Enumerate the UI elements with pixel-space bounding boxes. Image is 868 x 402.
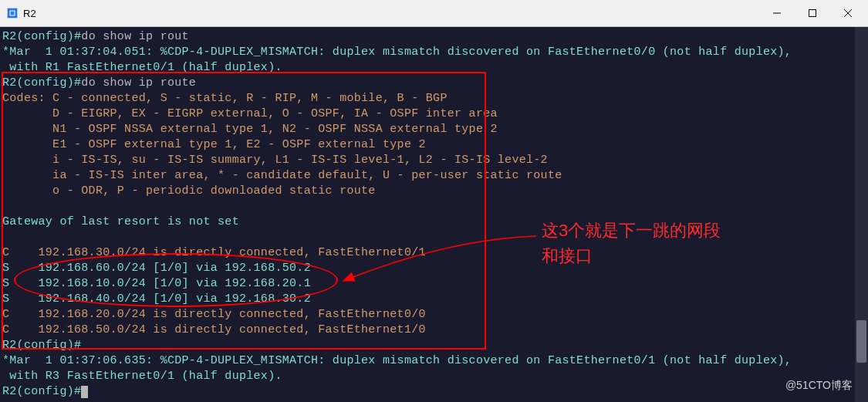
annotation-line1: 这3个就是下一跳的网段: [542, 218, 721, 243]
codes-line: D - EIGRP, EX - EIGRP external, O - OSPF…: [2, 106, 866, 122]
route-static: S 192.168.40.0/24 [1/0] via 192.168.30.2: [2, 292, 866, 307]
prompt: R2(config)#: [2, 385, 81, 398]
svg-rect-2: [809, 10, 816, 17]
app-icon: [6, 7, 19, 19]
annotation-line2: 和接口: [542, 243, 721, 269]
prompt: R2(config)#: [2, 30, 81, 43]
codes-line: o - ODR, P - periodic downloaded static …: [2, 184, 866, 199]
prompt: R2(config)#: [2, 339, 81, 352]
codes-line: i - IS-IS, su - IS-IS summary, L1 - IS-I…: [2, 153, 866, 168]
watermark: @51CTO博客: [785, 379, 853, 393]
window-controls: [759, 2, 866, 25]
system-message: *Mar 1 01:37:06.635: %CDP-4-DUPLEX_MISMA…: [2, 353, 866, 369]
route-connected: C 192.168.20.0/24 is directly connected,…: [2, 307, 866, 323]
system-message: *Mar 1 01:37:04.051: %CDP-4-DUPLEX_MISMA…: [2, 45, 866, 60]
minimize-button[interactable]: [759, 2, 795, 25]
window-title: R2: [23, 8, 36, 19]
scrollbar-track[interactable]: [855, 27, 868, 402]
system-message: with R3 FastEthernet0/1 (half duplex).: [2, 369, 866, 384]
blank-line: [2, 199, 866, 215]
command-text: do show ip route: [81, 76, 196, 90]
title-left: R2: [6, 7, 36, 19]
terminal-output[interactable]: R2(config)#do show ip rout *Mar 1 01:37:…: [0, 27, 868, 402]
blank-line: [2, 230, 866, 245]
svg-rect-0: [8, 8, 17, 18]
system-message: with R1 FastEthernet0/1 (half duplex).: [2, 60, 866, 76]
codes-line: Codes: C - connected, S - static, R - RI…: [2, 91, 866, 106]
annotation-text: 这3个就是下一跳的网段 和接口: [542, 218, 721, 269]
cursor-icon: [81, 386, 88, 398]
command-text: do show ip rout: [81, 30, 189, 43]
route-static: S 192.168.60.0/24 [1/0] via 192.168.50.2: [2, 261, 866, 276]
scrollbar-thumb[interactable]: [856, 320, 866, 363]
gateway-line: Gateway of last resort is not set: [2, 215, 866, 230]
title-bar: R2: [0, 0, 868, 27]
codes-line: N1 - OSPF NSSA external type 1, N2 - OSP…: [2, 122, 866, 137]
route-connected: C 192.168.50.0/24 is directly connected,…: [2, 323, 866, 338]
close-button[interactable]: [830, 2, 866, 25]
codes-line: ia - IS-IS inter area, * - candidate def…: [2, 168, 866, 184]
codes-line: E1 - OSPF external type 1, E2 - OSPF ext…: [2, 137, 866, 153]
prompt: R2(config)#: [2, 76, 81, 90]
route-connected: C 192.168.30.0/24 is directly connected,…: [2, 245, 866, 261]
route-static: S 192.168.10.0/24 [1/0] via 192.168.20.1: [2, 276, 866, 292]
maximize-button[interactable]: [795, 2, 830, 25]
